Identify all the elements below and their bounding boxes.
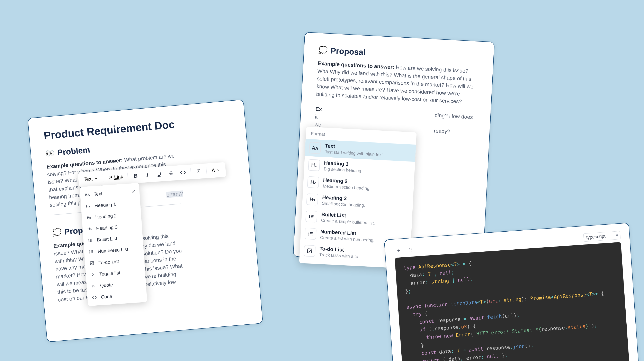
color-selector[interactable]: A bbox=[209, 167, 223, 174]
italic-button[interactable]: I bbox=[142, 169, 153, 181]
svg-line-12 bbox=[91, 253, 93, 253]
language-selector[interactable]: typescript bbox=[583, 231, 620, 242]
svg-line-10 bbox=[91, 251, 93, 251]
toggle-icon bbox=[89, 271, 96, 278]
ol-icon: 123 bbox=[88, 248, 95, 255]
block-type-selector[interactable]: Text bbox=[81, 175, 101, 182]
svg-line-18 bbox=[93, 287, 95, 287]
svg-point-36 bbox=[410, 249, 410, 250]
svg-line-29 bbox=[310, 234, 312, 234]
svg-line-15 bbox=[92, 285, 92, 287]
svg-line-24 bbox=[311, 218, 313, 218]
svg-point-39 bbox=[411, 251, 412, 251]
H₁-icon: H₁ bbox=[84, 203, 92, 210]
todo-icon bbox=[88, 260, 96, 267]
ol-icon: 123 bbox=[304, 228, 316, 240]
format-label: Heading 3 bbox=[96, 224, 118, 231]
proposal-heading: 💭 Proposal bbox=[318, 45, 479, 63]
svg-point-21 bbox=[309, 218, 310, 218]
svg-line-28 bbox=[310, 232, 312, 233]
separator bbox=[103, 174, 104, 182]
ul-icon bbox=[87, 237, 94, 244]
plus-icon bbox=[396, 248, 401, 254]
svg-text:3: 3 bbox=[308, 234, 309, 236]
format-label: Bullet List bbox=[97, 236, 118, 243]
code-content[interactable]: type ApiResponse<T> = { data: T | null; … bbox=[394, 242, 632, 361]
svg-point-3 bbox=[89, 241, 89, 242]
grip-icon bbox=[408, 247, 414, 253]
code-icon bbox=[91, 294, 98, 301]
svg-point-34 bbox=[409, 248, 410, 249]
format-label: Heading 1 bbox=[94, 201, 116, 208]
format-dropdown: AᴀTextH₁Heading 1H₂Heading 2H₃Heading 3B… bbox=[80, 183, 147, 306]
ul-icon bbox=[306, 211, 318, 223]
thought-bubble-icon: 💭 bbox=[52, 228, 62, 237]
format-label: Numbered List bbox=[98, 247, 128, 254]
format-label: Quote bbox=[100, 282, 113, 288]
svg-line-4 bbox=[90, 239, 92, 239]
highlighted-text[interactable]: ortant? bbox=[166, 191, 183, 198]
code-button[interactable] bbox=[177, 167, 188, 178]
svg-text:3: 3 bbox=[90, 253, 90, 254]
H₁-icon: H₁ bbox=[308, 159, 320, 171]
problem-title-text: Problem bbox=[57, 145, 90, 157]
bold-button[interactable]: B bbox=[130, 170, 141, 182]
Aᴀ-icon: Aᴀ bbox=[84, 191, 91, 198]
svg-point-19 bbox=[309, 215, 310, 215]
svg-line-33 bbox=[397, 250, 400, 251]
check-icon bbox=[131, 189, 136, 194]
svg-line-11 bbox=[91, 252, 93, 252]
Aᴀ-icon: Aᴀ bbox=[309, 142, 321, 154]
underline-button[interactable]: U bbox=[154, 168, 165, 180]
left-document-panel: Product Requirement Doc 👀 Problem Exampl… bbox=[28, 99, 263, 342]
format-label: Toggle list bbox=[99, 270, 120, 277]
right-document-panel: 💭 Proposal Example questions to answer: … bbox=[293, 32, 495, 266]
format-label: Code bbox=[101, 294, 112, 300]
code-block-panel: typescript type ApiResponse<T> = { data:… bbox=[384, 223, 639, 361]
svg-point-37 bbox=[411, 249, 412, 250]
thought-bubble-icon: 💭 bbox=[318, 46, 328, 55]
proposal-title-text: Proposal bbox=[330, 46, 366, 57]
chevron-down-icon bbox=[94, 176, 98, 181]
strikethrough-button[interactable]: S bbox=[166, 168, 177, 179]
formula-button[interactable]: Σ bbox=[193, 166, 204, 177]
svg-point-1 bbox=[88, 239, 89, 240]
drag-handle[interactable] bbox=[406, 245, 415, 254]
separator bbox=[128, 173, 128, 180]
format-label: Text bbox=[94, 191, 102, 197]
svg-line-5 bbox=[90, 240, 92, 240]
arrow-icon bbox=[108, 175, 113, 180]
svg-point-38 bbox=[410, 251, 410, 251]
todo-icon bbox=[304, 245, 316, 257]
H₃-icon: H₃ bbox=[86, 226, 93, 232]
svg-rect-13 bbox=[90, 262, 94, 265]
eyes-icon: 👀 bbox=[45, 149, 55, 158]
code-icon bbox=[180, 169, 186, 176]
link-button[interactable]: Link bbox=[105, 174, 126, 181]
svg-line-0 bbox=[108, 176, 112, 179]
H₂-icon: H₂ bbox=[85, 214, 92, 221]
svg-point-35 bbox=[411, 248, 412, 249]
svg-line-17 bbox=[93, 286, 95, 286]
svg-line-30 bbox=[310, 235, 312, 235]
proposal-body[interactable]: Example ques XXXXXXXXXXXXX e solving thi… bbox=[53, 226, 245, 304]
H₃-icon: H₃ bbox=[306, 193, 318, 205]
add-button[interactable] bbox=[394, 246, 403, 255]
format-label: Heading 2 bbox=[95, 213, 117, 220]
separator bbox=[206, 167, 207, 175]
svg-point-20 bbox=[309, 216, 310, 217]
H₂-icon: H₂ bbox=[307, 176, 319, 188]
svg-line-16 bbox=[93, 285, 95, 285]
quote-icon bbox=[90, 283, 97, 290]
chevron-down-icon bbox=[216, 168, 220, 172]
svg-rect-31 bbox=[308, 249, 312, 253]
format-label: To-do List bbox=[98, 259, 119, 266]
svg-point-2 bbox=[89, 240, 89, 241]
separator bbox=[190, 168, 191, 176]
